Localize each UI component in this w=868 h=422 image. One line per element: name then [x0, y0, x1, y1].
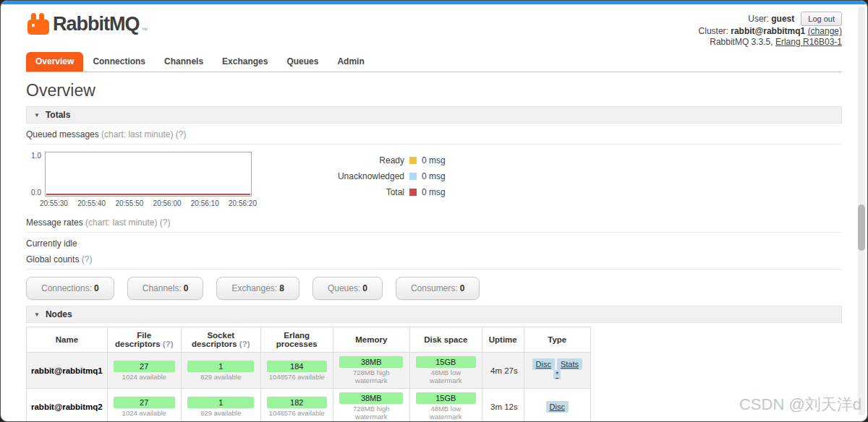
column-help-link[interactable]: (?) — [163, 340, 174, 348]
count-value: 0 — [362, 283, 367, 293]
uptime-cell: 4m 27s — [482, 353, 524, 389]
x-tick: 20:55:50 — [115, 199, 143, 207]
nodes-section-header[interactable]: ▼ Nodes — [26, 306, 842, 323]
legend-label: Unacknowledged — [323, 171, 404, 181]
x-tick: 20:56:10 — [191, 199, 219, 207]
tab-admin[interactable]: Admin — [328, 52, 373, 72]
meter-bar: 38MB — [339, 392, 403, 404]
tab-overview[interactable]: Overview — [26, 52, 83, 72]
count-chip-channels: Channels:0 — [127, 277, 204, 300]
queued-messages-label: Queued messages — [26, 129, 99, 139]
meter-sub: 728MB high watermark — [338, 369, 405, 384]
nodes-table: Name File descriptors (?) Socket descrip… — [26, 327, 591, 422]
x-tick: 20:55:40 — [77, 199, 106, 207]
erlang-processes-cell: 1841048576 available — [260, 353, 333, 389]
scrollbar-track[interactable] — [858, 7, 865, 415]
chart-x-axis: 20:55:30 20:55:40 20:55:50 20:56:00 20:5… — [40, 199, 257, 207]
meter-bar: 15GB — [416, 356, 476, 368]
memory-cell: 38MB728MB high watermark — [333, 389, 409, 422]
meter-bar: 1 — [187, 397, 254, 408]
user-name: guest — [771, 14, 794, 24]
meter-bar: 15GB — [416, 392, 476, 404]
x-tick: 20:55:30 — [40, 199, 68, 207]
node-type-badge-disc: Disc — [532, 358, 555, 370]
logo-text: RabbitMQ — [53, 13, 140, 35]
queued-messages-heading: Queued messages (chart: last minute) (?) — [26, 124, 842, 145]
totals-section-header[interactable]: ▼ Totals — [26, 106, 842, 124]
node-type-badge-current: * — [553, 370, 561, 379]
count-chip-consumers: Consumers:0 — [396, 277, 480, 300]
message-rates-heading: Message rates (chart: last minute) (?) — [26, 212, 842, 233]
main-nav-tabs: Overview Connections Channels Exchanges … — [26, 52, 842, 72]
tab-connections[interactable]: Connections — [83, 52, 155, 72]
totals-section-title: Totals — [46, 110, 70, 120]
user-line: User: guest — [748, 14, 794, 25]
column-help-link[interactable]: (?) — [239, 340, 250, 348]
meter-sub: 829 available — [186, 373, 256, 381]
uptime-cell: 3m 12s — [482, 389, 524, 422]
meter-bar: 27 — [114, 397, 175, 408]
count-value: 0 — [460, 283, 465, 293]
queued-messages-help-link[interactable]: (?) — [176, 129, 187, 139]
global-counts-label: Global counts — [26, 254, 79, 264]
count-label: Consumers: — [411, 283, 458, 293]
trademark-symbol: ™ — [142, 27, 148, 34]
cluster-name: rabbit@rabbitmq1 — [731, 26, 805, 36]
legend-label: Ready — [323, 155, 404, 165]
node-name-link[interactable]: rabbit@rabbitmq2 — [27, 389, 108, 422]
col-header-type: Type — [524, 327, 590, 353]
collapse-triangle-icon: ▼ — [34, 311, 40, 318]
message-rates-hint: (chart: last minute) — [85, 218, 157, 228]
count-label: Channels: — [142, 283, 182, 293]
legend-item-unacknowledged: Unacknowledged 0 msg — [323, 168, 446, 184]
count-label: Queues: — [328, 283, 360, 293]
erlang-version-link[interactable]: Erlang R16B03-1 — [775, 37, 842, 47]
meter-sub: 829 available — [186, 409, 256, 417]
tab-exchanges[interactable]: Exchanges — [213, 52, 277, 72]
app-window: RabbitMQ ™ User: guest Log out Cluster: … — [0, 0, 868, 422]
global-counts: Connections:0 Channels:0 Exchanges:8 Que… — [26, 277, 842, 300]
page-title: Overview — [26, 81, 842, 100]
header: RabbitMQ ™ User: guest Log out Cluster: … — [26, 4, 842, 48]
count-label: Connections: — [41, 283, 92, 293]
node-name-link[interactable]: rabbit@rabbitmq1 — [27, 353, 108, 389]
node-type-badge-disc: Disc — [546, 401, 569, 413]
message-rates-help-link[interactable]: (?) — [160, 218, 171, 228]
col-header-uptime: Uptime — [482, 327, 524, 353]
scrollbar-thumb[interactable] — [858, 204, 865, 251]
node-type-badge-stats: Stats — [557, 358, 582, 370]
meter-sub: 48MB low watermark — [414, 405, 477, 421]
cluster-change-link[interactable]: (change) — [808, 26, 842, 36]
global-counts-help-link[interactable]: (?) — [82, 254, 93, 264]
file-descriptors-cell: 271024 available — [107, 389, 181, 422]
meter-sub: 1024 available — [112, 409, 176, 417]
queued-messages-hint: (chart: last minute) — [101, 129, 173, 139]
legend-label: Total — [323, 187, 404, 197]
x-tick: 20:56:00 — [153, 199, 182, 207]
meter-bar: 184 — [267, 361, 327, 372]
meter-sub: 1024 available — [112, 373, 176, 381]
count-value: 8 — [279, 283, 284, 293]
meter-sub: 1048576 available — [265, 373, 328, 381]
y-tick-bottom: 0.0 — [26, 189, 41, 197]
meter-bar: 1 — [187, 361, 254, 372]
meter-bar: 27 — [114, 361, 175, 372]
col-header-name: Name — [27, 327, 108, 353]
socket-descriptors-cell: 1829 available — [181, 389, 260, 422]
tab-queues[interactable]: Queues — [277, 52, 328, 72]
meter-bar: 182 — [267, 397, 327, 408]
message-rates-status: Currently idle — [26, 233, 842, 249]
table-row: rabbit@rabbitmq1 271024 available 1829 a… — [27, 353, 591, 389]
legend-value: 0 msg — [422, 155, 446, 165]
col-header-socket-descriptors: Socket descriptors (?) — [181, 327, 260, 353]
count-chip-queues: Queues:0 — [312, 277, 383, 300]
tab-channels[interactable]: Channels — [155, 52, 213, 72]
message-rates-label: Message rates — [26, 218, 83, 228]
meter-bar: 38MB — [339, 356, 403, 368]
legend-swatch-ready — [409, 157, 417, 164]
header-user-info: User: guest Log out Cluster: rabbit@rabb… — [699, 9, 842, 48]
count-value: 0 — [94, 283, 99, 293]
legend-value: 0 msg — [422, 187, 446, 197]
collapse-triangle-icon: ▼ — [34, 112, 40, 119]
logout-button[interactable]: Log out — [801, 12, 842, 26]
